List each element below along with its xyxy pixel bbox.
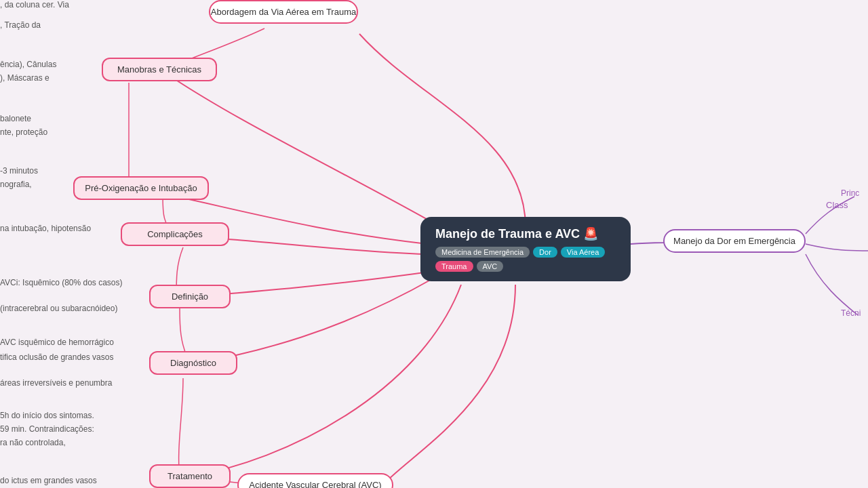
leaf-avc-hemor: AVC isquêmico de hemorrágico — [0, 338, 114, 347]
node-acidente[interactable]: Acidente Vascular Cerebral (AVC) — [237, 473, 393, 488]
node-abordagem[interactable]: Abordagem da Via Aérea em Trauma — [209, 0, 358, 24]
node-princ: Princ — [841, 188, 859, 198]
tag-via: Via Aérea — [561, 247, 606, 258]
leaf-nao-controlada: ra não controlada, — [0, 438, 66, 447]
leaf-penumbra: áreas irreversíveis e penumbra — [0, 378, 112, 388]
node-pre-ox[interactable]: Pré-Oxigenação e Intubação — [73, 176, 209, 200]
node-class: Class — [826, 200, 848, 210]
leaf-nografia: nografia, — [0, 180, 32, 189]
leaf-tracao: , Tração da — [0, 20, 41, 30]
node-diagnostico[interactable]: Diagnóstico — [149, 351, 237, 375]
node-manobras[interactable]: Manobras e Técnicas — [102, 58, 217, 81]
tag-dor: Dor — [533, 247, 557, 258]
leaf-sintomas: 5h do início dos sintomas. — [0, 411, 94, 420]
node-tratamento[interactable]: Tratamento — [149, 464, 231, 488]
node-central[interactable]: Manejo de Trauma e AVC 🚨 Medicina de Eme… — [420, 217, 631, 281]
leaf-contraindicacoes: 59 min. Contraindicações: — [0, 424, 94, 434]
tag-avc: AVC — [477, 261, 504, 272]
tag-medicina: Medicina de Emergência — [435, 247, 530, 258]
central-tags: Medicina de Emergência Dor Via Aérea Tra… — [435, 247, 616, 272]
central-title: Manejo de Trauma e AVC 🚨 — [435, 226, 598, 241]
node-complicacoes[interactable]: Complicações — [121, 222, 229, 246]
node-manejo-dor[interactable]: Manejo da Dor em Emergência — [663, 229, 806, 253]
leaf-minutos: -3 minutos — [0, 166, 38, 176]
leaf-canulas: ência), Cânulas — [0, 60, 56, 69]
leaf-ictus: do ictus em grandes vasos — [0, 476, 97, 485]
node-tecni: Técni — [841, 308, 861, 318]
leaf-protecao: nte, proteção — [0, 127, 47, 137]
mindmap-canvas: , da coluna cer. Via , Tração da ência),… — [0, 0, 868, 488]
leaf-avci: AVCi: Isquêmico (80% dos casos) — [0, 278, 123, 287]
tag-trauma: Trauma — [435, 261, 473, 272]
leaf-oclusao: tifica oclusão de grandes vasos — [0, 352, 113, 362]
leaf-coluna: , da coluna cer. Via — [0, 0, 69, 9]
leaf-balonete: balonete — [0, 114, 31, 123]
leaf-mascaras: ), Máscaras e — [0, 73, 50, 83]
node-definicao[interactable]: Definição — [149, 285, 231, 308]
leaf-hipotensao: na intubação, hipotensão — [0, 224, 91, 233]
leaf-intracerebral: (intracerebral ou subaracnóideo) — [0, 304, 117, 313]
